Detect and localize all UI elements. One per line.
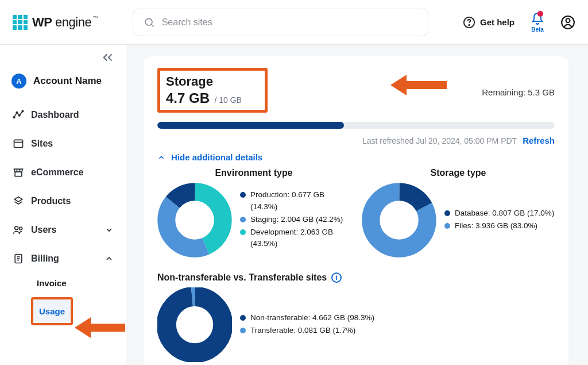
svg-point-5 [566,18,570,22]
toggle-details-button[interactable]: Hide additional details [157,152,555,162]
storage-title: Storage [166,74,242,89]
account-menu-button[interactable] [560,15,575,30]
chevron-up-icon [157,153,165,162]
legend-item: Files: 3.936 GB (83.0%) [444,220,554,232]
sidebar-item-label: Sites [31,139,53,149]
sidebar-item-label: Users [31,225,56,235]
env-type-chart: Environment type Production: 0.677 GB (1… [157,168,350,258]
storage-remaining: Remaining: 5.3 GB [482,87,555,97]
dashboard-icon [13,109,24,121]
svg-line-1 [151,24,153,26]
last-refreshed: Last refreshed Jul 20, 2024, 05:00 PM PD… [362,136,517,145]
svg-point-3 [469,24,469,25]
svg-point-0 [145,18,152,25]
legend-item: Staging: 2.004 GB (42.2%) [240,214,350,225]
storage-limit: / 10 GB [214,95,241,105]
svg-point-6 [13,117,15,118]
legend-label: Transferable: 0.081 GB (1.7%) [250,325,355,336]
chart-title: Storage type [362,168,555,178]
logo-mark-icon [13,15,28,30]
storage-highlight: Storage 4.7 GB / 10 GB [157,68,268,113]
topbar: WP engine™ Get help Beta [0,0,588,45]
products-icon [13,195,24,207]
ecommerce-icon [13,167,24,178]
svg-point-9 [22,110,24,112]
sidebar-item-label: Products [31,196,71,206]
legend-label: Production: 0.677 GB (14.3%) [250,189,350,213]
content-area: Storage 4.7 GB / 10 GB Remaining: 5.3 GB… [126,45,588,365]
storage-progress-fill [157,122,344,129]
legend-label: Development: 2.063 GB (43.5%) [250,226,350,250]
billing-icon [13,253,24,264]
svg-point-8 [18,115,20,117]
svg-rect-12 [15,172,22,176]
sidebar-subitem-invoice[interactable]: Invoice [31,271,121,295]
legend-label: Non-transferable: 4.662 GB (98.3%) [250,312,374,324]
logo[interactable]: WP engine™ [13,15,98,30]
notifications-button[interactable]: Beta [531,12,544,33]
donut-chart-icon [157,183,232,258]
beta-label: Beta [531,26,544,33]
legend-item: Production: 0.677 GB (14.3%) [240,189,350,213]
legend-label: Database: 0.807 GB (17.0%) [455,208,554,219]
help-icon [463,16,475,29]
search-icon [144,17,155,28]
search-input[interactable] [162,17,417,28]
sidebar-item-label: Billing [31,253,59,264]
svg-point-15 [15,226,18,230]
donut-chart-icon [362,183,436,258]
notification-dot-icon [537,11,543,17]
svg-point-16 [20,227,22,230]
storage-used: 4.7 GB [166,90,210,106]
storage-progress [157,122,555,129]
help-label: Get help [480,17,514,27]
legend-label: Staging: 2.004 GB (42.2%) [250,214,343,225]
legend-item: Non-transferable: 4.662 GB (98.3%) [240,312,374,324]
legend-label: Files: 3.936 GB (83.0%) [455,220,537,232]
legend-item: Development: 2.063 GB (43.5%) [240,226,350,250]
sidebar-item-label: eCommerce [31,167,84,178]
storage-type-chart: Storage type Database: 0.807 GB (17.0%) … [362,168,555,258]
logo-text: WP engine™ [32,15,98,30]
section-title-label: Non-transferable vs. Transferable sites [157,272,327,283]
legend-item: Database: 0.807 GB (17.0%) [444,208,554,219]
sidebar-item-users[interactable]: Users [6,216,121,244]
chevron-down-icon [105,225,114,235]
sidebar: A Account Name Dashboard Sites eCommerce… [0,45,126,365]
toggle-details-label: Hide additional details [171,152,262,162]
account-selector[interactable]: A Account Name [6,68,121,100]
transfer-section-title: Non-transferable vs. Transferable sites … [157,272,555,283]
legend-item: Transferable: 0.081 GB (1.7%) [240,325,374,336]
sidebar-item-dashboard[interactable]: Dashboard [6,101,121,129]
sites-icon [13,138,24,149]
refresh-button[interactable]: Refresh [523,136,555,145]
sidebar-item-label: Dashboard [31,110,79,120]
search-box[interactable] [133,9,428,36]
users-icon [13,224,24,236]
chevron-left-icon [102,53,115,62]
chart-title: Environment type [157,168,350,178]
sidebar-item-products[interactable]: Products [6,187,121,215]
get-help-button[interactable]: Get help [463,16,514,29]
sidebar-item-billing[interactable]: Billing [6,245,121,272]
storage-card: Storage 4.7 GB / 10 GB Remaining: 5.3 GB… [144,56,568,365]
chevron-up-icon [105,254,114,263]
svg-rect-10 [14,140,23,147]
sidebar-subitem-label: Usage [39,306,65,316]
collapse-sidebar-button[interactable] [6,53,121,67]
svg-point-7 [16,112,18,114]
sidebar-subitem-usage[interactable]: Usage [33,299,71,323]
sidebar-subitem-label: Invoice [37,278,67,288]
account-avatar-icon: A [11,74,26,89]
sidebar-item-sites[interactable]: Sites [6,130,121,157]
info-icon[interactable]: i [331,272,342,283]
account-name: Account Name [33,75,102,87]
donut-chart-icon [157,287,232,362]
avatar-icon [560,15,575,30]
sidebar-item-ecommerce[interactable]: eCommerce [6,159,121,186]
